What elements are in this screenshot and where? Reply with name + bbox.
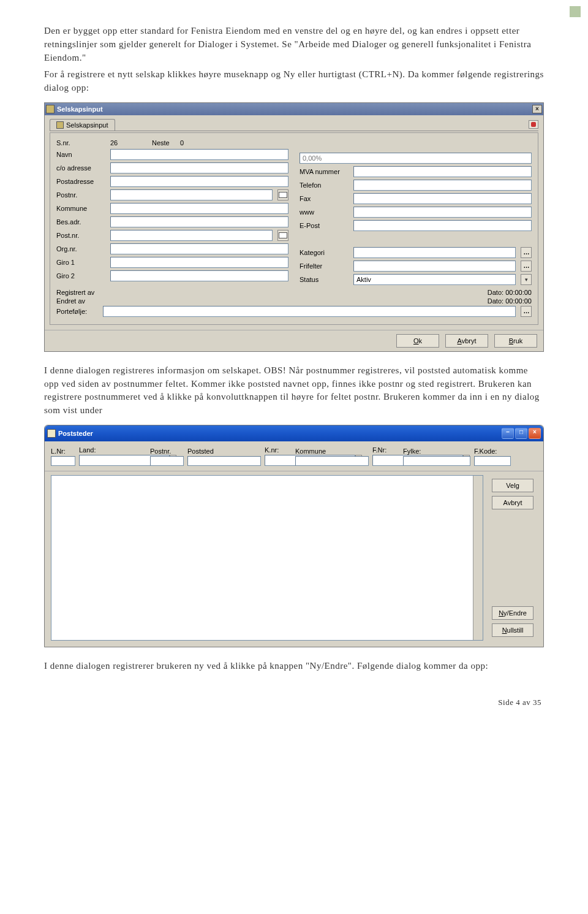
postnr-header-label: Postnr. [150,447,184,455]
kategori-field[interactable] [353,247,516,258]
tab-icon [56,121,64,129]
epost-label: E-Post [300,222,349,229]
neste-label: Neste [152,139,175,147]
postnr-field[interactable] [110,189,273,200]
dialog-button-bar: OOkk AvbrytAvbryt BrukBruk [45,330,543,351]
mva-field[interactable] [353,166,532,177]
postnr-envelope-button[interactable] [277,189,288,200]
navn-field[interactable] [110,149,288,160]
giro1-field[interactable] [110,257,288,268]
status-label: Status [300,276,349,283]
snr-label: S.nr. [56,139,105,147]
orgnr-label: Org.nr. [56,245,105,253]
tab-label: Selskapsinput [66,121,108,129]
minimize-icon[interactable]: – [502,428,514,439]
form-panel: S.nr. 26 Neste 0 Navn c/o adresse [50,132,538,325]
selskapsinput-titlebar[interactable]: Selskapsinput × [45,103,543,115]
status-dropdown-button[interactable] [521,274,532,285]
para-1: Den er bygget opp etter standard for Fen… [44,25,544,64]
kategori-lookup-button[interactable] [521,247,532,258]
lnr-field[interactable] [51,456,75,466]
telefon-label: Telefon [300,181,349,189]
postnr2-field[interactable] [110,230,273,241]
tab-toolbar-icon[interactable] [529,120,538,129]
postadresse-label: Postadresse [56,178,105,185]
tab-bar: Selskapsinput [50,119,538,131]
portefolje-lookup-button[interactable] [521,306,532,317]
registrert-av-label: Registrert av [56,289,94,296]
kategori-label: Kategori [300,249,349,256]
ok-button[interactable]: OOkk [396,334,439,348]
para-3: I denne dialogen registreres informasjon… [44,364,544,417]
giro2-label: Giro 2 [56,272,105,280]
maximize-icon[interactable]: □ [515,428,527,439]
percent-field[interactable] [300,153,532,164]
fylke-label: Fylke: [403,447,470,455]
kommune-header-label: Kommune [295,447,369,455]
endret-av-label: Endret av [56,297,85,305]
co-label: c/o adresse [56,164,105,172]
tab-selskapsinput[interactable]: Selskapsinput [50,119,115,131]
fax-field[interactable] [353,193,532,204]
www-label: www [300,208,349,216]
window-title: Poststeder [58,430,93,437]
fkode-label: F.Kode: [474,447,511,455]
window-title: Selskapsinput [57,105,103,113]
co-field[interactable] [110,162,288,173]
nullstill-button[interactable]: NullstillNullstill [492,623,533,637]
dato-label-2: Dato: [488,297,503,305]
poststed-field[interactable] [187,456,261,466]
land-label: Land: [79,446,146,454]
selskapsinput-dialog: Selskapsinput × Selskapsinput S.nr. [44,102,544,352]
postnr-filter-field[interactable] [150,456,184,466]
kommune-label: Kommune [56,205,105,212]
poststed-label: Poststed [187,447,261,455]
window-icon [46,105,55,113]
frifelter-lookup-button[interactable] [521,261,532,272]
fkode-field[interactable] [474,456,511,466]
status-field[interactable] [353,274,516,285]
www-field[interactable] [353,207,532,218]
portefolje-field[interactable] [103,306,516,317]
postnr-label: Postnr. [56,191,105,199]
epost-field[interactable] [353,220,532,231]
bruk-button[interactable]: BrukBruk [494,334,537,348]
avbryt-button[interactable]: Avbryt [492,496,533,509]
postadresse-field[interactable] [110,176,288,187]
kommune-filter-field[interactable] [295,456,369,466]
para-2: For å registrere et nytt selskap klikkes… [44,68,544,95]
portefolje-label: Portefølje: [56,308,98,315]
postnr2-envelope-button[interactable] [277,230,288,241]
page-footer: Side 4 av 35 [44,698,544,707]
dato-value-2: 00:00:00 [505,297,532,305]
frifelter-label: Frifelter [300,262,349,270]
dato-value-1: 00:00:00 [505,289,532,296]
poststeder-dialog: Poststeder – □ × L.Nr: Land: Postnr. [44,425,544,647]
ny-endre-button[interactable]: Ny/EndreNy/Endre [492,606,533,620]
giro2-field[interactable] [110,270,288,281]
poststeder-titlebar[interactable]: Poststeder – □ × [45,425,543,441]
scrollbar[interactable] [473,476,483,640]
frifelter-field[interactable] [353,261,516,272]
fylke-field[interactable] [403,456,470,466]
snr-value: 26 [110,139,147,147]
giro1-label: Giro 1 [56,259,105,266]
filter-row: L.Nr: Land: Postnr. Poststed K.nr: [45,441,543,471]
close-icon[interactable]: × [532,105,542,113]
results-list[interactable] [51,475,483,641]
velg-button[interactable]: Velg [492,479,533,492]
kommune-field[interactable] [110,203,288,214]
telefon-field[interactable] [353,180,532,191]
para-4: I denne dialogen registrerer brukeren ny… [44,660,544,673]
navn-label: Navn [56,151,105,158]
close-icon[interactable]: × [529,428,541,439]
window-icon [47,429,56,438]
neste-value: 0 [180,139,184,147]
avbryt-button[interactable]: AvbrytAvbryt [445,334,488,348]
orgnr-field[interactable] [110,243,288,254]
postnr2-label: Post.nr. [56,232,105,239]
dato-label-1: Dato: [488,289,503,296]
side-buttons: Velg Avbryt Ny/EndreNy/Endre NullstillNu… [488,475,537,641]
fax-label: Fax [300,195,349,202]
besadr-field[interactable] [110,216,288,227]
